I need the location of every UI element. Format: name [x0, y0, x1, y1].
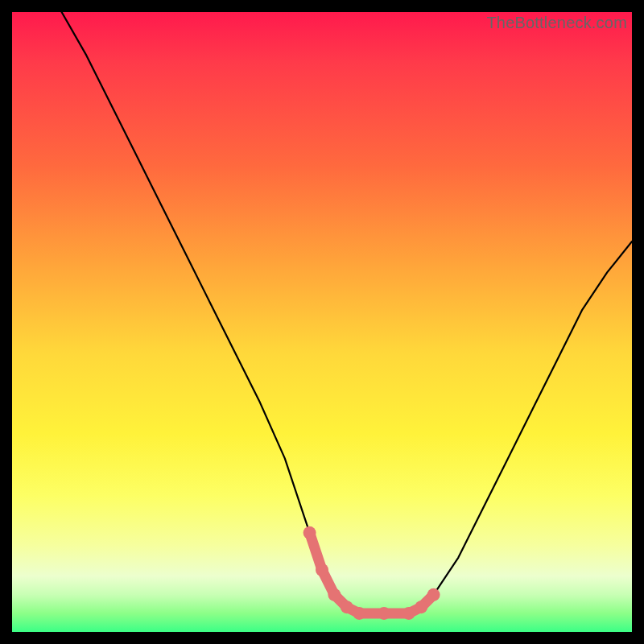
svg-point-8 [427, 588, 440, 601]
curve-path [62, 12, 632, 613]
svg-point-7 [415, 601, 427, 613]
plot-area: TheBottleneck.com [12, 12, 632, 632]
svg-point-3 [341, 601, 353, 613]
svg-point-2 [328, 588, 341, 601]
bottleneck-curve [12, 12, 632, 632]
svg-point-4 [353, 607, 365, 620]
svg-point-1 [316, 564, 328, 576]
svg-point-5 [378, 607, 390, 620]
svg-point-6 [402, 607, 415, 620]
highlight-segment [310, 533, 434, 613]
svg-point-0 [303, 526, 316, 539]
highlight-dots [303, 526, 440, 620]
chart-stage: TheBottleneck.com [0, 0, 644, 644]
